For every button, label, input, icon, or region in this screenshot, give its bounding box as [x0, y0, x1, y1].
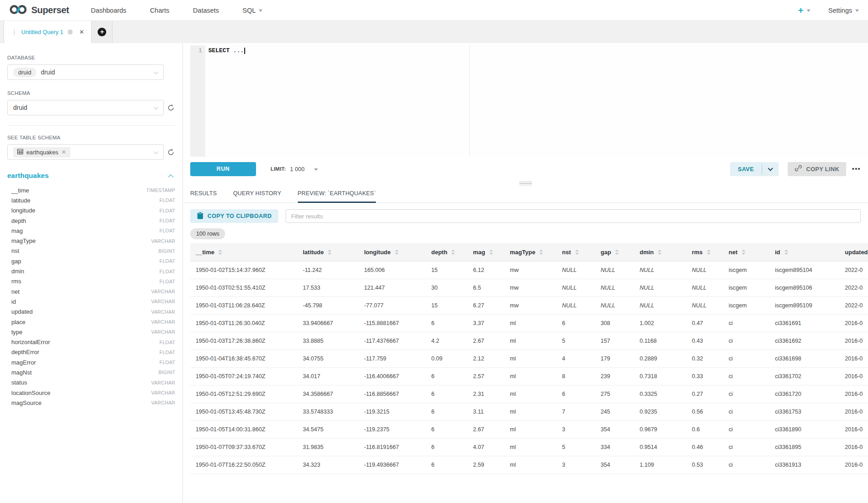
schema-column-list: __timeTIMESTAMPlatitudeFLOATlongitudeFLO…	[7, 185, 175, 408]
schema-column-row[interactable]: longitudeFLOAT	[7, 206, 175, 216]
column-header-latitude[interactable]: latitude	[297, 243, 359, 261]
sort-icon[interactable]	[328, 250, 331, 255]
schema-column-row[interactable]: netVARCHAR	[7, 286, 175, 296]
schema-column-row[interactable]: horizontalErrorFLOAT	[7, 337, 175, 347]
sort-icon[interactable]	[658, 250, 661, 255]
limit-dropdown[interactable]: LIMIT: 1 000	[271, 166, 318, 173]
schema-column-row[interactable]: depthFLOAT	[7, 216, 175, 226]
table-cell: ml	[504, 332, 557, 350]
table-row: 1950-01-05T12:51:29.690Z34.3586667-116.8…	[190, 385, 868, 403]
more-actions-button[interactable]: •••	[852, 165, 861, 173]
table-cell: -117.759	[359, 350, 426, 367]
sort-icon[interactable]	[395, 250, 399, 255]
column-header-id[interactable]: id	[769, 243, 839, 261]
sort-icon[interactable]	[615, 250, 619, 255]
table-select[interactable]: earthquakes ✕	[7, 144, 164, 160]
column-header-mag[interactable]: mag	[468, 243, 504, 261]
query-tab-active[interactable]: ⋮ Untitled Query 1 ✕	[4, 21, 92, 43]
schema-column-row[interactable]: __timeTIMESTAMP	[7, 185, 175, 195]
schema-column-row[interactable]: magErrorFLOAT	[7, 357, 175, 367]
refresh-schema-icon[interactable]	[167, 104, 175, 112]
remove-table-icon[interactable]: ✕	[61, 149, 66, 155]
nav-item-sql[interactable]: SQL	[242, 7, 262, 14]
results-table-wrap: __timelatitudelongitudedepthmagmagTypens…	[190, 243, 868, 503]
pane-resizer[interactable]	[183, 179, 868, 186]
sort-icon[interactable]	[742, 250, 745, 255]
column-header-depth[interactable]: depth	[426, 243, 468, 261]
new-item-button[interactable]: +	[798, 6, 810, 15]
chevron-up-icon[interactable]	[168, 174, 173, 179]
new-query-tab-button[interactable]: +	[92, 21, 113, 43]
resize-grip-icon[interactable]	[519, 182, 532, 185]
sql-editor[interactable]: 1 SELECT ...	[190, 45, 868, 157]
sort-icon[interactable]	[784, 250, 788, 255]
nav-item-dashboards[interactable]: Dashboards	[91, 7, 126, 14]
schema-column-row[interactable]: dminFLOAT	[7, 266, 175, 276]
sort-icon[interactable]	[539, 250, 543, 255]
column-header-__time[interactable]: __time	[190, 243, 297, 261]
sort-icon[interactable]	[451, 250, 455, 255]
schema-column-row[interactable]: idVARCHAR	[7, 296, 175, 306]
table-cell: 2016-0	[839, 438, 868, 456]
nav-menu: Dashboards Charts Datasets SQL	[91, 7, 262, 14]
close-icon[interactable]: ✕	[79, 29, 84, 35]
schema-column-row[interactable]: depthErrorFLOAT	[7, 347, 175, 357]
schema-column-row[interactable]: gapFLOAT	[7, 256, 175, 266]
nav-item-charts[interactable]: Charts	[150, 7, 169, 14]
chevron-down-icon	[768, 166, 773, 171]
nav-item-datasets[interactable]: Datasets	[193, 7, 219, 14]
table-cell: ml	[504, 456, 557, 473]
schema-column-row[interactable]: rmsFLOAT	[7, 276, 175, 286]
tab-query-history[interactable]: QUERY HISTORY	[233, 190, 281, 202]
drag-handle-icon[interactable]: ⋮	[11, 29, 17, 35]
schema-column-row[interactable]: magFLOAT	[7, 226, 175, 236]
settings-menu[interactable]: Settings	[829, 7, 859, 14]
superset-logo[interactable]: Superset	[9, 4, 69, 17]
copy-to-clipboard-button[interactable]: COPY TO CLIPBOARD	[190, 209, 278, 223]
schema-column-row[interactable]: statusVARCHAR	[7, 378, 175, 388]
run-button[interactable]: RUN	[190, 162, 256, 176]
copy-link-button[interactable]: COPY LINK	[788, 162, 846, 176]
column-header-nst[interactable]: nst	[557, 243, 595, 261]
sort-icon[interactable]	[489, 250, 493, 255]
table-cell: ml	[504, 367, 557, 385]
save-button[interactable]: SAVE	[730, 162, 762, 176]
column-header-dmin[interactable]: dmin	[634, 243, 686, 261]
table-cell: 2016-0	[839, 314, 868, 332]
schema-column-type: FLOAT	[159, 360, 175, 365]
schema-column-row[interactable]: placeVARCHAR	[7, 317, 175, 327]
column-header-longitude[interactable]: longitude	[359, 243, 426, 261]
schema-column-row[interactable]: typeVARCHAR	[7, 327, 175, 337]
editor-code[interactable]: SELECT ...	[205, 45, 868, 157]
schema-column-row[interactable]: locationSourceVARCHAR	[7, 388, 175, 398]
schema-column-type: VARCHAR	[151, 319, 175, 325]
table-cell: ci3361702	[769, 367, 839, 385]
filter-results-input[interactable]	[286, 209, 861, 223]
database-select[interactable]: druid druid	[7, 64, 164, 80]
table-icon	[17, 149, 23, 156]
sort-icon[interactable]	[575, 250, 579, 255]
sort-icon[interactable]	[218, 250, 222, 255]
column-header-magType[interactable]: magType	[504, 243, 557, 261]
table-cell: 34.5475	[297, 420, 359, 438]
schema-column-row[interactable]: nstBIGINT	[7, 246, 175, 256]
table-row: 1950-01-03T02:51:55.410Z17.533121.447306…	[190, 279, 868, 296]
column-header-rms[interactable]: rms	[686, 243, 723, 261]
column-header-updated[interactable]: updated	[839, 243, 868, 261]
schema-column-row[interactable]: latitudeFLOAT	[7, 195, 175, 205]
schema-select[interactable]: druid	[7, 100, 164, 115]
save-dropdown-button[interactable]	[762, 162, 779, 176]
tab-results[interactable]: RESULTS	[190, 190, 217, 202]
schema-column-row[interactable]: magTypeVARCHAR	[7, 236, 175, 246]
table-schema-header[interactable]: earthquakes	[7, 172, 175, 180]
schema-column-row[interactable]: updatedVARCHAR	[7, 307, 175, 317]
refresh-tables-icon[interactable]	[167, 148, 175, 157]
schema-column-name: latitude	[11, 197, 30, 204]
column-header-gap[interactable]: gap	[595, 243, 634, 261]
sort-icon[interactable]	[707, 250, 710, 255]
schema-column-row[interactable]: magNstBIGINT	[7, 367, 175, 377]
results-tabbar: RESULTS QUERY HISTORY PREVIEW: `EARTHQUA…	[183, 186, 868, 203]
tab-preview-earthquakes[interactable]: PREVIEW: `EARTHQUAKES`	[298, 190, 376, 202]
column-header-net[interactable]: net	[723, 243, 769, 261]
schema-column-row[interactable]: magSourceVARCHAR	[7, 398, 175, 408]
